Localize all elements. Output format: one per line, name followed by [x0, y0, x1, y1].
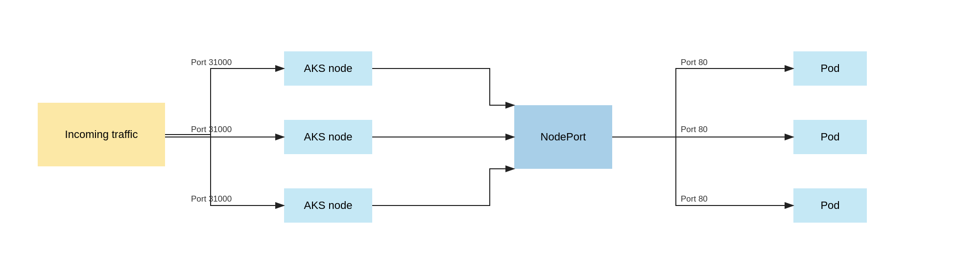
pod2-label: Pod	[820, 131, 839, 143]
aks-node-2: AKS node	[284, 120, 372, 154]
incoming-traffic-node: Incoming traffic	[38, 103, 165, 166]
aks1-label: AKS node	[304, 62, 352, 75]
pod1-label: Pod	[820, 62, 839, 75]
port-label-31000-top: Port 31000	[191, 58, 232, 68]
aks-node-1: AKS node	[284, 51, 372, 86]
port-label-31000-mid: Port 31000	[191, 125, 232, 135]
pod-node-1: Pod	[793, 51, 867, 86]
aks-node-3: AKS node	[284, 188, 372, 223]
pod3-label: Pod	[820, 199, 839, 212]
port-label-80-bot: Port 80	[681, 194, 708, 204]
port-label-31000-bot: Port 31000	[191, 194, 232, 204]
port-label-80-mid: Port 80	[681, 125, 708, 135]
aks3-label: AKS node	[304, 199, 352, 212]
pod-node-3: Pod	[793, 188, 867, 223]
port-label-80-top: Port 80	[681, 58, 708, 68]
aks2-label: AKS node	[304, 131, 352, 143]
incoming-traffic-label: Incoming traffic	[65, 128, 138, 141]
pod-node-2: Pod	[793, 120, 867, 154]
diagram: { "nodes": { "incoming": { "label": "Inc…	[0, 0, 980, 274]
nodeport-node: NodePort	[514, 105, 612, 169]
nodeport-label: NodePort	[541, 131, 586, 143]
